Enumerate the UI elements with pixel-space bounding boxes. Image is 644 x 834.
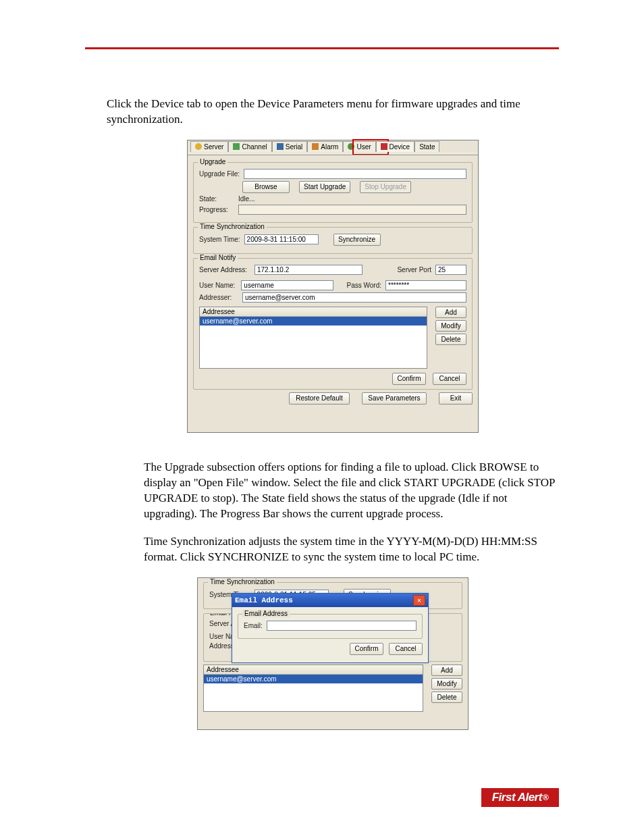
modify-button-2[interactable]: Modify — [431, 678, 462, 689]
progress-bar — [238, 205, 466, 215]
timesync-group-title-2: Time Synchronization — [208, 578, 277, 585]
email-notify-group: Email Notify Server Address: Server Port… — [193, 258, 473, 390]
paragraph-upgrade: The Upgrade subsection offers options fo… — [144, 460, 559, 522]
exit-button[interactable]: Exit — [439, 392, 473, 405]
system-time-input[interactable] — [244, 234, 319, 244]
addressee-listbox-2[interactable]: Addressee username@server.com — [203, 664, 423, 712]
email-dialog-screenshot: Time Synchronization System Time: Synchr… — [197, 577, 468, 730]
restore-default-button[interactable]: Restore Default — [289, 392, 350, 405]
dialog-email-label: Email: — [244, 622, 263, 629]
dialog-confirm-button[interactable]: Confirm — [350, 643, 383, 655]
dialog-cancel-button[interactable]: Cancel — [389, 643, 423, 655]
modify-button[interactable]: Modify — [435, 320, 466, 332]
addressee-list-item-2[interactable]: username@server.com — [204, 675, 423, 683]
server-port-label: Server Port — [397, 266, 431, 273]
upgrade-group-title: Upgrade — [198, 158, 227, 165]
first-alert-logo: First Alert® — [481, 788, 559, 807]
upgrade-file-label: Upgrade File: — [199, 170, 240, 178]
tab-bar: Server Channel Serial Alarm User Device … — [188, 140, 478, 153]
username-input[interactable] — [241, 280, 333, 290]
tab-alarm[interactable]: Alarm — [307, 141, 343, 152]
delete-button-2[interactable]: Delete — [431, 692, 462, 703]
dialog-title: Email Address — [235, 596, 293, 604]
addressee-list-header-2: Addressee — [204, 665, 423, 675]
stop-upgrade-button[interactable]: Stop Upgrade — [360, 181, 411, 193]
tab-state[interactable]: State — [414, 141, 439, 152]
paragraph-timesync: Time Synchronization adjusts the system … — [144, 534, 559, 565]
system-time-label: System Time: — [199, 236, 240, 243]
upgrade-group: Upgrade Upgrade File: Browse Start Upgra… — [193, 162, 473, 223]
dialog-email-group: Email Address Email: — [238, 614, 423, 639]
email-address-dialog: Email Address ✕ Email Address Email: Con… — [232, 593, 429, 663]
device-icon — [381, 143, 387, 150]
synchronize-button[interactable]: Synchronize — [333, 234, 381, 246]
state-label: State: — [199, 195, 234, 203]
password-input[interactable] — [385, 280, 466, 290]
tab-serial[interactable]: Serial — [272, 141, 308, 152]
addressee-listbox[interactable]: Addressee username@server.com — [199, 307, 427, 369]
server-address-input[interactable] — [254, 265, 363, 275]
email-notify-group-title: Email Notify — [198, 254, 238, 261]
add-button[interactable]: Add — [435, 307, 466, 318]
addressee-list-header: Addressee — [200, 307, 427, 317]
upgrade-file-input[interactable] — [244, 169, 466, 179]
password-label: Pass Word: — [347, 282, 382, 289]
user-icon — [348, 143, 354, 150]
header-rule — [85, 47, 559, 49]
server-address-label: Server Address: — [199, 266, 250, 273]
dialog-email-input[interactable] — [267, 621, 417, 631]
dialog-email-group-title: Email Address — [242, 610, 290, 617]
cancel-button[interactable]: Cancel — [433, 373, 466, 385]
state-value: Idle... — [238, 195, 254, 203]
tab-device[interactable]: Device — [376, 141, 415, 152]
paragraph-intro: Click the Device tab to open the Device … — [107, 97, 559, 128]
progress-label: Progress: — [199, 206, 234, 213]
save-parameters-button[interactable]: Save Parameters — [362, 392, 427, 405]
serial-icon — [277, 143, 284, 150]
device-parameters-screenshot: Server Channel Serial Alarm User Device … — [187, 140, 479, 433]
alarm-icon — [312, 143, 319, 150]
browse-button[interactable]: Browse — [242, 181, 290, 193]
timesync-group-title: Time Synchronization — [198, 223, 267, 230]
username-label: User Name: — [199, 282, 237, 289]
addressee-list-item[interactable]: username@server.com — [200, 317, 427, 325]
addresser-label: Addresser: — [199, 294, 238, 301]
timesync-group: Time Synchronization System Time: Synchr… — [193, 227, 473, 254]
server-port-input[interactable] — [435, 265, 466, 275]
tab-server[interactable]: Server — [190, 141, 228, 152]
delete-button[interactable]: Delete — [435, 334, 466, 345]
add-button-2[interactable]: Add — [431, 664, 462, 676]
start-upgrade-button[interactable]: Start Upgrade — [299, 181, 350, 193]
channel-icon — [233, 143, 240, 150]
tab-channel[interactable]: Channel — [228, 141, 271, 152]
addresser-input[interactable] — [242, 292, 466, 303]
confirm-button[interactable]: Confirm — [392, 373, 426, 385]
globe-icon — [195, 143, 202, 150]
tab-user[interactable]: User — [343, 141, 375, 152]
close-icon[interactable]: ✕ — [413, 595, 425, 606]
